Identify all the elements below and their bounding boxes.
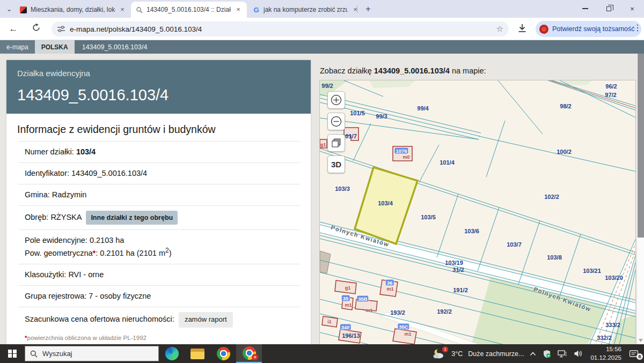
parcel-label: 31/2 xyxy=(452,266,464,273)
weather-desc[interactable]: Duże zachmurze... xyxy=(465,350,526,358)
tab-close-icon[interactable]: × xyxy=(351,5,360,14)
tab-separator xyxy=(357,5,357,13)
address-label: 1076 xyxy=(394,148,408,154)
country-tab[interactable]: POLSKA xyxy=(35,40,75,54)
tray-chevron-icon[interactable] xyxy=(526,344,539,363)
tab-close-icon[interactable]: × xyxy=(234,5,243,14)
parcel-label: 333/2 xyxy=(605,322,620,328)
parcel-label: 96/2 xyxy=(605,83,617,90)
address-label: 34F xyxy=(340,324,351,330)
tab-emapa[interactable]: 143409_5.0016.103/4 :: Działka × xyxy=(131,2,247,18)
taskbar-clock[interactable]: 15:56 01.12.2025 xyxy=(586,345,626,362)
parcel-label: 97/2 xyxy=(605,92,616,98)
parcel-label: 332/2 xyxy=(597,335,612,341)
parcel-label: 103/3 xyxy=(335,186,350,192)
windows-taskbar: Wyszukaj a 1 3°C Duże zachmurze... 15:5 xyxy=(0,344,644,363)
parcel-label: 103/8 xyxy=(547,254,562,261)
minimize-button[interactable] xyxy=(573,0,597,17)
download-icon[interactable] xyxy=(517,23,528,36)
bmark-label: m1 xyxy=(345,302,352,308)
parcel-label: 101/5 xyxy=(350,110,365,116)
bmark-label: g1 xyxy=(345,285,351,291)
tab-google[interactable]: G jak na komputerze zrobić zrzut × xyxy=(248,2,364,18)
restore-button[interactable] xyxy=(597,0,620,17)
identity-confirm-button[interactable]: Potwierdź swoją tożsamość xyxy=(536,21,641,37)
zoom-out-button[interactable] xyxy=(327,113,345,130)
defender-shield-icon[interactable] xyxy=(539,344,554,363)
url-bar[interactable]: e-mapa.net/polska/143409_5.0016.103/4 ☆ xyxy=(52,21,509,36)
bmark-label: m0 xyxy=(402,154,409,160)
site-settings-icon[interactable] xyxy=(57,25,65,33)
scrollbar-down-arrow-icon[interactable] xyxy=(639,339,643,342)
scrollbar-thumb[interactable] xyxy=(638,54,644,238)
taskbar-chrome-icon[interactable] xyxy=(210,344,236,363)
clock-date: 01.12.2025 xyxy=(590,354,621,362)
footnote: *powierzchnia obliczona w układzie PL-19… xyxy=(18,332,300,344)
page-scrollbar[interactable] xyxy=(636,54,644,344)
weather-temp[interactable]: 3°C xyxy=(449,350,465,358)
start-button[interactable] xyxy=(0,344,25,363)
search-placeholder: Wyszukaj xyxy=(42,350,72,358)
address-label: 35 xyxy=(342,295,350,301)
weather-alert-badge: 1 xyxy=(442,346,448,352)
brand-tab[interactable]: e-mapa xyxy=(0,40,35,54)
parcel-info-card: Działka ewidencyjna 143409_5.0016.103/4 … xyxy=(6,60,311,344)
taskbar-search-input[interactable]: Wyszukaj xyxy=(25,346,159,361)
tab-title: 143409_5.0016.103/4 :: Działka xyxy=(147,6,231,13)
parcel-label: 193/2 xyxy=(390,309,405,316)
street-label: Polnych Kwiatów xyxy=(533,286,592,313)
parcel-label: 196/13 xyxy=(342,332,360,339)
speaker-icon[interactable] xyxy=(570,344,586,363)
tab-search-chevron-icon[interactable]: ⌄ xyxy=(4,4,14,14)
taskbar-edge-icon[interactable] xyxy=(159,344,185,363)
field-grupa: Grupa rejestrowa: 7 - osoby fizyczne xyxy=(18,285,300,307)
reload-button[interactable] xyxy=(30,23,42,35)
bmark-label: m1 xyxy=(365,308,372,313)
address-label: 36 xyxy=(386,280,394,286)
field-gmina: Gmina: Radzymin xyxy=(18,184,300,205)
site-header-bar: e-mapa POLSKA 143409_5.0016.103/4 xyxy=(0,40,644,54)
url-text[interactable]: e-mapa.net/polska/143409_5.0016.103/4 xyxy=(70,25,496,33)
map-caption: Zobacz działkę 143409_5.0016.103/4 na ma… xyxy=(320,66,486,75)
tab-title: jak na komputerze zrobić zrzut xyxy=(264,6,348,13)
other-parcels-button[interactable]: Inne działki z tego obrębu xyxy=(86,211,178,225)
field-pole-pow: Pole ewidencyjne: 0.2103 ha Pow. geometr… xyxy=(18,229,300,264)
address-label: 35C xyxy=(398,324,409,330)
new-tab-button[interactable]: + xyxy=(363,4,374,14)
breadcrumb: 143409_5.0016.103/4 xyxy=(75,40,155,54)
parcel-label: 99/2 xyxy=(321,83,333,89)
close-button[interactable]: × xyxy=(620,0,644,17)
parcel-label: 103/20 xyxy=(605,275,623,281)
bmark-label: g1 xyxy=(320,142,326,147)
parcel-label: 103/7 xyxy=(507,241,522,248)
browser-menu-icon[interactable]: ⋮ xyxy=(633,23,642,33)
parcel-label: 191/2 xyxy=(453,287,468,293)
notification-center-icon[interactable]: 6 xyxy=(626,344,644,363)
parcel-label: 192/2 xyxy=(437,308,452,315)
3d-button[interactable]: 3D xyxy=(327,155,345,173)
weather-widget[interactable]: 1 xyxy=(429,344,449,363)
layers-button[interactable] xyxy=(327,134,345,152)
zoom-in-button[interactable] xyxy=(327,91,345,109)
parcel-label: 98/2 xyxy=(560,103,571,109)
taskbar-explorer-icon[interactable] xyxy=(185,344,210,363)
tab-close-icon[interactable]: × xyxy=(118,5,127,14)
parcel-label: 101/4 xyxy=(440,159,455,166)
network-icon[interactable] xyxy=(554,344,570,363)
bookmark-star-icon[interactable]: ☆ xyxy=(496,24,503,34)
numer-value: 103/4 xyxy=(76,147,96,156)
taskbar-chrome-active-icon[interactable]: a xyxy=(236,344,262,363)
window-controls: × xyxy=(573,0,644,17)
tab-title: Mieszkania, domy, działki, lokal xyxy=(31,6,115,13)
back-button[interactable]: ← xyxy=(8,23,19,35)
field-cena: Szacunkowa cena ofertowa nieruchomości:z… xyxy=(18,307,300,332)
parcel-label: 103/21 xyxy=(583,268,601,274)
emapa-favicon xyxy=(135,6,143,14)
parcel-map[interactable]: 99/296/297/298/299/4101/599/3101/7100/21… xyxy=(319,80,636,345)
tab-otodom[interactable]: Mieszkania, domy, działki, lokal × xyxy=(15,2,131,18)
browser-toolbar: ← e-mapa.net/polska/143409_5.0016.103/4 … xyxy=(0,18,644,40)
parcel-label: 99/4 xyxy=(417,105,428,112)
profile-avatar-icon xyxy=(539,25,548,34)
order-report-button[interactable]: zamów raport xyxy=(179,312,233,328)
layers-icon xyxy=(331,137,342,149)
